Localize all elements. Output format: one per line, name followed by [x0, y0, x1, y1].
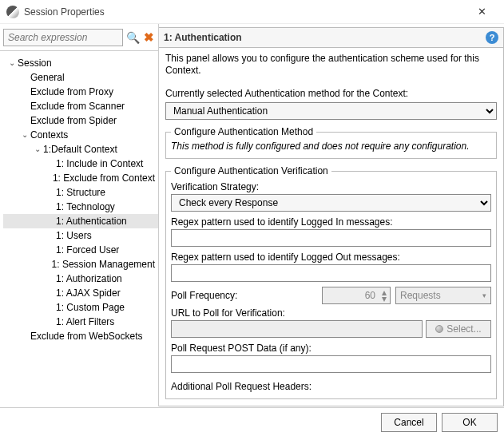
- legend-auth-verify: Configure Authentication Verification: [171, 165, 331, 176]
- close-icon[interactable]: ✕: [466, 6, 498, 18]
- poll-frequency-spinner[interactable]: ▴▾: [322, 287, 391, 304]
- auth-method-select[interactable]: Manual Authentication: [165, 102, 497, 120]
- spinner-arrows-icon[interactable]: ▴▾: [379, 289, 390, 302]
- tree-item[interactable]: 1: Exclude from Context: [3, 171, 158, 185]
- search-icon[interactable]: 🔍: [126, 31, 139, 44]
- tree-item[interactable]: 1: AJAX Spider: [3, 286, 158, 300]
- poll-unit-select[interactable]: Requests▾: [395, 287, 491, 304]
- auth-method-note: This method is fully configured and does…: [171, 141, 491, 152]
- poll-frequency-row: Poll Frequency: ▴▾ Requests▾: [171, 287, 491, 304]
- strategy-label: Verification Strategy:: [171, 181, 491, 192]
- poll-frequency-value[interactable]: [323, 287, 379, 303]
- tree-default-context[interactable]: ⌄1:Default Context: [3, 142, 158, 157]
- tree-item-authentication[interactable]: 1: Authentication: [3, 214, 158, 228]
- titlebar: Session Properties ✕: [0, 0, 504, 24]
- tree-item[interactable]: Exclude from Proxy: [3, 85, 158, 99]
- verification-strategy-select[interactable]: Check every Response: [171, 194, 491, 212]
- panel-title: 1: Authentication: [164, 32, 242, 43]
- app-icon: [6, 6, 19, 18]
- tree-item[interactable]: 1: Authorization: [3, 272, 158, 286]
- tree-item[interactable]: Exclude from WebSockets: [3, 329, 158, 343]
- tree-item[interactable]: 1: Session Management: [3, 257, 158, 272]
- tree-item[interactable]: 1: Alert Filters: [3, 315, 158, 329]
- legend-auth-method: Configure Authentication Method: [171, 126, 316, 137]
- search-row: 🔍 ✖: [0, 24, 158, 51]
- fieldset-auth-verify: Configure Authentication Verification Ve…: [165, 165, 497, 399]
- chevron-down-icon[interactable]: ⌄: [6, 56, 18, 70]
- tree-item[interactable]: Exclude from Spider: [3, 113, 158, 128]
- tree-item[interactable]: General: [3, 70, 158, 85]
- poll-url-input[interactable]: [171, 320, 423, 338]
- url-label: URL to Poll for Verification:: [171, 307, 491, 319]
- content: 🔍 ✖ ⌄Session General Exclude from Proxy …: [0, 24, 504, 406]
- panel-header: 1: Authentication ?: [159, 27, 504, 48]
- cancel-button[interactable]: Cancel: [381, 413, 437, 432]
- tree-contexts[interactable]: ⌄Contexts: [3, 128, 158, 142]
- tree-session[interactable]: ⌄Session: [3, 56, 158, 70]
- panel-body: This panel allows you to configure the a…: [159, 48, 504, 406]
- regex-out-label: Regex pattern used to identify Logged Ou…: [171, 252, 491, 263]
- method-label: Currently selected Authentication method…: [165, 88, 497, 99]
- search-input[interactable]: [3, 29, 123, 46]
- window-title: Session Properties: [24, 6, 466, 18]
- select-url-button[interactable]: Select...: [426, 320, 491, 338]
- globe-icon: [435, 325, 443, 333]
- tree-item[interactable]: 1: Users: [3, 228, 158, 243]
- panel: 1: Authentication ? This panel allows yo…: [159, 24, 504, 406]
- tree-item[interactable]: 1: Custom Page: [3, 300, 158, 315]
- poll-frequency-label: Poll Frequency:: [171, 290, 317, 301]
- regex-in-input[interactable]: [171, 229, 491, 247]
- fieldset-auth-method: Configure Authentication Method This met…: [165, 126, 497, 159]
- regex-out-input[interactable]: [171, 264, 491, 282]
- ok-button[interactable]: OK: [442, 413, 498, 432]
- tree-item[interactable]: 1: Forced User: [3, 243, 158, 257]
- tree-item[interactable]: 1: Structure: [3, 185, 158, 200]
- post-data-input[interactable]: [171, 355, 491, 373]
- tree: ⌄Session General Exclude from Proxy Excl…: [0, 51, 158, 406]
- chevron-down-icon[interactable]: ⌄: [19, 128, 30, 142]
- clear-search-icon[interactable]: ✖: [142, 30, 155, 45]
- help-icon[interactable]: ?: [486, 31, 498, 44]
- sidebar: 🔍 ✖ ⌄Session General Exclude from Proxy …: [0, 24, 159, 406]
- chevron-down-icon: ▾: [482, 291, 486, 299]
- tree-item[interactable]: Exclude from Scanner: [3, 99, 158, 113]
- tree-item[interactable]: 1: Include in Context: [3, 157, 158, 171]
- additional-headers-label: Additional Poll Request Headers:: [171, 381, 491, 392]
- panel-desc: This panel allows you to configure the a…: [165, 53, 497, 77]
- regex-in-label: Regex pattern used to identify Logged In…: [171, 216, 491, 228]
- footer: Cancel OK: [0, 407, 504, 436]
- chevron-down-icon[interactable]: ⌄: [32, 142, 43, 157]
- post-data-label: Poll Request POST Data (if any):: [171, 343, 491, 354]
- tree-item[interactable]: 1: Technology: [3, 200, 158, 214]
